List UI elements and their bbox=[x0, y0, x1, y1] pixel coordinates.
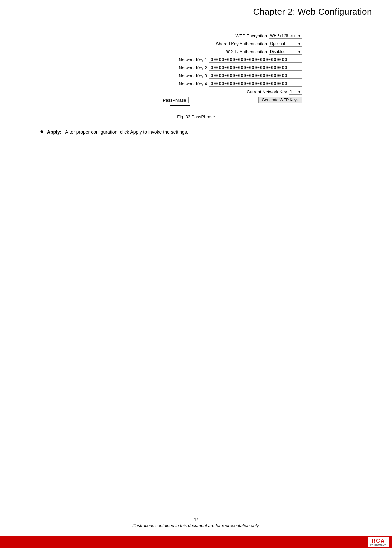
network-key4-input[interactable] bbox=[209, 81, 302, 87]
network-key2-input[interactable] bbox=[209, 65, 302, 71]
config-panel: WEP Encryption WEP (128-bit) ▼ Shared Ke… bbox=[83, 27, 309, 111]
apply-bullet-text: Apply: After proper configuration, click… bbox=[47, 129, 188, 136]
by-thomson-text: by THOMSON bbox=[370, 544, 387, 546]
network-key4-label: Network Key 4 bbox=[179, 81, 207, 86]
wep-encryption-select[interactable]: WEP (128-bit) ▼ bbox=[269, 33, 302, 39]
network-key2-label: Network Key 2 bbox=[179, 65, 207, 70]
shared-key-dropdown-arrow: ▼ bbox=[298, 42, 301, 46]
apply-bullet-item: ● Apply: After proper configuration, cli… bbox=[40, 129, 365, 136]
shared-key-value: Optional bbox=[270, 41, 285, 46]
figure-caption-container: Fig. 33 PassPhrase bbox=[27, 114, 365, 119]
rca-brand: RCA bbox=[372, 538, 385, 544]
auth-802-label: 802.1x Authentication bbox=[226, 49, 267, 54]
shared-key-row: Shared Key Authentication Optional ▼ bbox=[90, 41, 302, 47]
auth-802-value: Disabled bbox=[270, 49, 286, 54]
current-key-arrow: ▼ bbox=[298, 90, 301, 94]
wep-encryption-row: WEP Encryption WEP (128-bit) ▼ bbox=[90, 33, 302, 39]
figure-caption: Fig. 33 PassPhrase bbox=[177, 114, 215, 119]
current-key-select[interactable]: 1 ▼ bbox=[289, 89, 302, 95]
apply-description: After proper configuration, click Apply … bbox=[65, 129, 188, 135]
current-key-label: Current Network Key bbox=[247, 89, 287, 94]
passphrase-label: PassPhrase bbox=[163, 98, 186, 103]
page-number: 47 bbox=[0, 517, 392, 522]
bullet-dot-icon: ● bbox=[40, 128, 44, 135]
wep-encryption-label: WEP Encryption bbox=[236, 33, 267, 38]
network-key2-row: Network Key 2 bbox=[90, 65, 302, 71]
current-key-row: Current Network Key 1 ▼ bbox=[90, 89, 302, 95]
shared-key-select[interactable]: Optional ▼ bbox=[269, 41, 302, 47]
auth-802-select[interactable]: Disabled ▼ bbox=[269, 49, 302, 55]
shared-key-label: Shared Key Authentication bbox=[216, 41, 267, 46]
network-key1-label: Network Key 1 bbox=[179, 57, 207, 62]
page-footer: 47 Illustrations contained in this docum… bbox=[0, 517, 392, 528]
apply-label: Apply: bbox=[47, 129, 62, 135]
wep-dropdown-arrow: ▼ bbox=[298, 34, 301, 38]
auth-802-dropdown-arrow: ▼ bbox=[298, 50, 301, 54]
auth-802-row: 802.1x Authentication Disabled ▼ bbox=[90, 49, 302, 55]
network-key1-row: Network Key 1 bbox=[90, 57, 302, 63]
footer-bar: RCA by THOMSON bbox=[0, 536, 392, 548]
network-key3-label: Network Key 3 bbox=[179, 73, 207, 78]
current-key-value: 1 bbox=[290, 89, 292, 94]
network-key1-input[interactable] bbox=[209, 57, 302, 63]
passphrase-row: PassPhrase Generate WEP Keys bbox=[90, 97, 302, 103]
network-key4-row: Network Key 4 bbox=[90, 81, 302, 87]
footer-disclaimer: Illustrations contained in this document… bbox=[0, 523, 392, 528]
network-key3-input[interactable] bbox=[209, 73, 302, 79]
rca-logo: RCA by THOMSON bbox=[368, 537, 389, 547]
passphrase-input[interactable] bbox=[188, 97, 255, 103]
bullet-section: ● Apply: After proper configuration, cli… bbox=[27, 129, 365, 136]
network-key3-row: Network Key 3 bbox=[90, 73, 302, 79]
wep-encryption-value: WEP (128-bit) bbox=[270, 33, 295, 38]
page-title: Chapter 2: Web Configuration bbox=[0, 0, 392, 27]
generate-wep-keys-button[interactable]: Generate WEP Keys bbox=[258, 97, 302, 103]
